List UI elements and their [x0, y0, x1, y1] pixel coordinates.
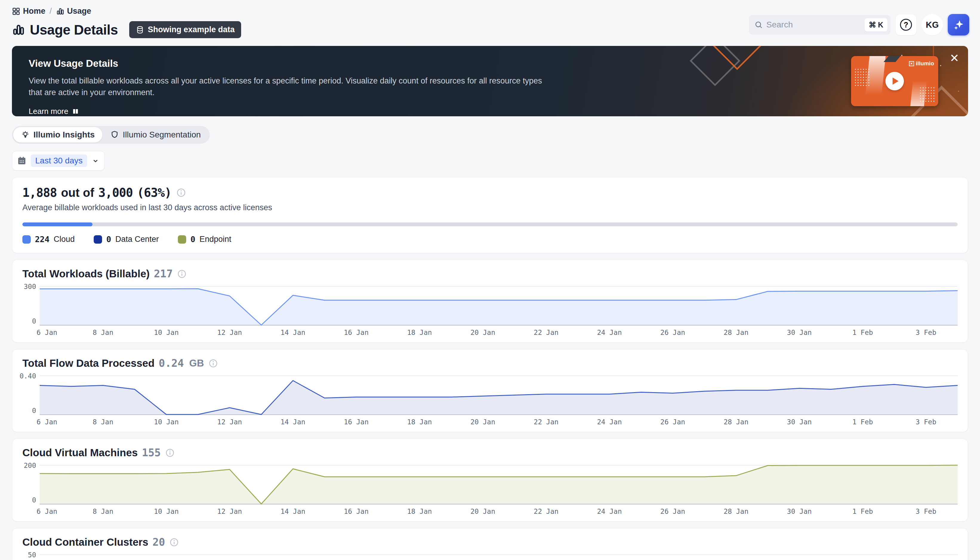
- y-axis-min-label: 0: [32, 317, 36, 325]
- info-icon[interactable]: [177, 188, 186, 197]
- tab-illumio-segmentation[interactable]: Illumio Segmentation: [102, 127, 208, 143]
- x-tick-label: 8 Jan: [93, 508, 114, 515]
- y-axis-max-label: 0.40: [20, 372, 36, 380]
- legend-swatch: [94, 235, 102, 243]
- x-tick-label: 6 Jan: [37, 508, 57, 515]
- info-icon[interactable]: [166, 448, 174, 457]
- x-tick-label: 22 Jan: [534, 418, 559, 426]
- banner-content: View Usage Details View the total billab…: [12, 46, 579, 116]
- banner-close-button[interactable]: ✕: [950, 52, 959, 64]
- legend-label: Data Center: [115, 235, 159, 244]
- chart-unit: GB: [189, 358, 204, 369]
- x-tick-label: 12 Jan: [217, 508, 242, 515]
- x-tick-label: 18 Jan: [407, 508, 432, 515]
- breadcrumb-usage[interactable]: Usage: [56, 7, 91, 16]
- chart-header: Total Workloads (Billable) 217: [22, 268, 958, 280]
- promo-banner: View Usage Details View the total billab…: [12, 46, 968, 116]
- illumio-logo: ✕ illumio: [909, 60, 934, 67]
- chart-plot-area[interactable]: 200 0 6 Jan8 Jan10 Jan12 Jan14 Jan16 Jan…: [22, 465, 958, 517]
- breadcrumb: Home / Usage: [12, 7, 241, 16]
- search-icon: [754, 20, 763, 29]
- banner-description: View the total billable workloads across…: [28, 75, 549, 98]
- sparkles-icon: [953, 19, 965, 31]
- user-avatar[interactable]: KG: [921, 14, 943, 35]
- area-chart[interactable]: [40, 554, 958, 560]
- usage-summary-title: 1,888 out of 3,000 (63%): [22, 186, 958, 200]
- book-icon: [72, 108, 79, 115]
- x-tick-label: 18 Jan: [407, 418, 432, 426]
- area-chart[interactable]: [40, 465, 958, 505]
- tab-illumio-segmentation-label: Illumio Segmentation: [123, 130, 201, 140]
- area-chart[interactable]: [40, 286, 958, 326]
- x-axis-labels: 6 Jan8 Jan10 Jan12 Jan14 Jan16 Jan18 Jan…: [40, 508, 958, 517]
- example-data-badge: Showing example data: [129, 21, 241, 38]
- chart-card-total-flow-data-processed: Total Flow Data Processed 0.24 GB 0.40 0…: [12, 349, 968, 432]
- illumio-logo-mark: ✕: [909, 61, 914, 66]
- x-tick-label: 12 Jan: [217, 328, 242, 337]
- chart-value: 0.24: [159, 357, 184, 369]
- breadcrumb-home-label: Home: [23, 7, 45, 16]
- y-axis-max-label: 50: [28, 551, 36, 559]
- example-data-badge-label: Showing example data: [148, 25, 234, 34]
- usage-details-page: Home / Usage Usage Details: [0, 0, 980, 560]
- total-workloads-value: 3,000: [98, 186, 132, 200]
- search-shortcut-key: K: [878, 20, 883, 29]
- x-tick-label: 8 Jan: [93, 328, 114, 337]
- bar-chart-icon: [56, 7, 64, 15]
- x-axis-labels: 6 Jan8 Jan10 Jan12 Jan14 Jan16 Jan18 Jan…: [40, 328, 958, 338]
- x-tick-label: 18 Jan: [407, 328, 432, 337]
- info-icon[interactable]: [209, 359, 217, 368]
- topbar-left: Home / Usage Usage Details: [12, 7, 241, 38]
- plot-column: 6 Jan8 Jan10 Jan12 Jan14 Jan16 Jan18 Jan…: [40, 375, 958, 427]
- legend-label: Endpoint: [199, 235, 231, 244]
- breadcrumb-home[interactable]: Home: [12, 7, 45, 16]
- x-tick-label: 16 Jan: [344, 508, 368, 515]
- tab-illumio-insights[interactable]: Illumio Insights: [13, 127, 102, 143]
- x-tick-label: 20 Jan: [470, 418, 495, 426]
- usage-legend: 224Cloud0Data Center0Endpoint: [22, 235, 958, 244]
- tab-illumio-insights-label: Illumio Insights: [33, 130, 95, 140]
- thumb-dots: [854, 68, 870, 87]
- date-range-filter[interactable]: Last 30 days: [12, 151, 105, 170]
- usage-bar-chart-icon: [12, 23, 25, 37]
- x-tick-label: 12 Jan: [217, 418, 242, 426]
- y-axis-max-label: 200: [23, 462, 36, 469]
- x-tick-label: 10 Jan: [154, 508, 179, 515]
- x-tick-label: 3 Feb: [916, 508, 936, 515]
- chart-title: Total Workloads (Billable): [22, 268, 150, 280]
- x-axis-labels: 6 Jan8 Jan10 Jan12 Jan14 Jan16 Jan18 Jan…: [40, 418, 958, 427]
- area-chart[interactable]: [40, 375, 958, 415]
- x-tick-label: 8 Jan: [93, 418, 114, 426]
- date-range-value: Last 30 days: [31, 155, 87, 167]
- page-title: Usage Details: [30, 22, 118, 38]
- product-toggle-row: Illumio Insights Illumio Segmentation: [12, 126, 968, 144]
- learn-more-link[interactable]: Learn more: [28, 107, 79, 116]
- play-button[interactable]: [885, 72, 904, 90]
- plot-column: 6 Jan8 Jan10 Jan12 Jan14 Jan16 Jan18 Jan…: [40, 465, 958, 517]
- x-tick-label: 22 Jan: [534, 508, 559, 515]
- plot-column: 6 Jan8 Jan10 Jan12 Jan14 Jan16 Jan18 Jan…: [40, 554, 958, 560]
- x-tick-label: 1 Feb: [852, 508, 873, 515]
- out-of-label: out of: [61, 186, 94, 200]
- x-tick-label: 26 Jan: [661, 418, 685, 426]
- chart-plot-area[interactable]: 0.40 0 6 Jan8 Jan10 Jan12 Jan14 Jan16 Ja…: [22, 375, 958, 427]
- x-tick-label: 26 Jan: [661, 328, 685, 337]
- video-thumbnail[interactable]: ✕ illumio: [851, 56, 938, 106]
- chart-plot-area[interactable]: 50 0 6 Jan8 Jan10 Jan12 Jan14 Jan16 Jan1…: [22, 554, 958, 560]
- help-button[interactable]: ?: [895, 14, 917, 35]
- info-icon[interactable]: [170, 538, 179, 547]
- plot-column: 6 Jan8 Jan10 Jan12 Jan14 Jan16 Jan18 Jan…: [40, 286, 958, 338]
- info-icon[interactable]: [177, 270, 186, 278]
- search-field[interactable]: [766, 20, 861, 30]
- legend-count: 0: [106, 235, 111, 244]
- chart-plot-area[interactable]: 300 0 6 Jan8 Jan10 Jan12 Jan14 Jan16 Jan…: [22, 286, 958, 338]
- x-tick-label: 14 Jan: [281, 328, 305, 337]
- legend-item-endpoint: 0Endpoint: [178, 235, 231, 244]
- x-tick-label: 24 Jan: [597, 418, 622, 426]
- illumio-logo-text: illumio: [916, 60, 934, 67]
- search-input[interactable]: ⌘ K: [749, 15, 890, 35]
- usage-progress-fill: [22, 222, 92, 226]
- chart-header: Cloud Container Clusters 20: [22, 536, 958, 548]
- y-axis-min-label: 0: [32, 496, 36, 504]
- ai-assistant-button[interactable]: [948, 14, 969, 35]
